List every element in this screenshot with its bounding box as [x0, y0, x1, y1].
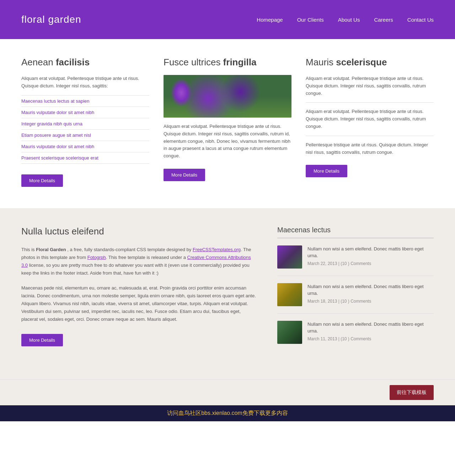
thumb-purple-img	[277, 245, 302, 269]
col3-text1: Aliquam erat volutpat. Pellentesque tris…	[306, 75, 434, 97]
sidebar-item-2-text: Nullam non wisi a sem eleifend. Donec ma…	[307, 321, 434, 335]
logo[interactable]: floral garden	[21, 14, 81, 25]
nav-homepage[interactable]: Homepage	[257, 17, 283, 23]
col1-heading: Aenean facilisis	[21, 57, 149, 68]
col2: Fusce ultrices fringilla Aliquam erat vo…	[164, 57, 291, 187]
gray-inner: Nulla luctus eleifend This is Floral Gar…	[21, 226, 434, 358]
sidebar-item-0-date: March 22, 2013 | (10 ) Comments	[307, 261, 434, 266]
gray-left: Nulla luctus eleifend This is Floral Gar…	[21, 226, 256, 358]
col1-link-3[interactable]: Etiam posuere augue sit amet nisl	[21, 130, 149, 141]
gray-right: Maecenas lectus Nullam non wisi a sem el…	[277, 226, 434, 358]
sidebar-item-1: Nullam non wisi a sem eleifend. Donec ma…	[277, 283, 434, 314]
sidebar-item-2-date: March 11, 2013 | (10 ) Comments	[307, 336, 434, 341]
gray-intro-mid2: . This free template is released under a	[106, 255, 187, 260]
col3: Mauris scelerisque Aliquam erat volutpat…	[306, 57, 434, 187]
main-section: Aenean facilisis Aliquam erat volutpat. …	[0, 39, 455, 208]
nav-about[interactable]: About Us	[338, 17, 360, 23]
gray-more-btn[interactable]: More Details	[21, 334, 63, 346]
gray-section: Nulla luctus eleifend This is Floral Gar…	[0, 208, 455, 379]
col3-heading: Mauris scelerisque	[306, 57, 434, 68]
col2-more-btn[interactable]: More Details	[164, 169, 205, 181]
nav: Homepage Our Clients About Us Careers Co…	[257, 17, 434, 23]
sidebar-item-2-content: Nullam non wisi a sem eleifend. Donec ma…	[307, 321, 434, 344]
watermark-bar: 访问血鸟社区bbs.xienlao.com免费下载更多内容	[0, 405, 455, 421]
col1-links: Maecenas luctus lectus at sapien Mauris …	[21, 95, 149, 164]
col2-heading: Fusce ultrices fringilla	[164, 57, 291, 68]
col1-link-4[interactable]: Mauris vulputate dolor sit amet nibh	[21, 141, 149, 152]
sidebar-item-0-text: Nullam non wisi a sem eleifend. Donec ma…	[307, 245, 434, 259]
sidebar-item-0-content: Nullam non wisi a sem eleifend. Donec ma…	[307, 245, 434, 269]
gray-para2: Maecenas pede nisl, elementum eu, ornare…	[21, 284, 256, 323]
col1-link-5[interactable]: Praesent scelerisque scelerisque erat	[21, 152, 149, 164]
flower-image	[164, 75, 291, 118]
watermark-text: 访问血鸟社区bbs.xienlao.com免费下载更多内容	[167, 410, 288, 416]
sidebar-item-1-content: Nullam non wisi a sem eleifend. Donec ma…	[307, 283, 434, 306]
col1-link-0[interactable]: Maecenas luctus lectus at sapien	[21, 95, 149, 107]
col1-text: Aliquam erat volutpat. Pellentesque tris…	[21, 75, 149, 90]
fotogrph-link[interactable]: Fotogrph	[87, 255, 106, 260]
header: floral garden Homepage Our Clients About…	[0, 0, 455, 39]
col3-heading-bold: scelerisque	[336, 57, 387, 67]
gray-heading: Nulla luctus eleifend	[21, 226, 256, 237]
gray-intro-brand: Floral Garden	[36, 247, 66, 252]
sidebar-item-2: Nullam non wisi a sem eleifend. Donec ma…	[277, 321, 434, 351]
sidebar-thumb-0	[277, 245, 302, 269]
three-columns: Aenean facilisis Aliquam erat volutpat. …	[21, 57, 434, 187]
sidebar-thumb-1	[277, 283, 302, 306]
col2-heading-bold: fringilla	[223, 57, 257, 67]
gray-intro-end: license, so you are pretty much free to …	[21, 263, 250, 276]
col3-divider2	[306, 136, 434, 136]
col1-heading-bold: facilisis	[56, 57, 90, 67]
sidebar-item-0: Nullam non wisi a sem eleifend. Donec ma…	[277, 245, 434, 276]
col2-text: Aliquam erat volutpat. Pellentesque tris…	[164, 123, 291, 160]
nav-clients[interactable]: Our Clients	[297, 17, 324, 23]
gray-intro-before: This is	[21, 247, 36, 252]
col3-text3: Pellentesque tristique ante ut risus. Qu…	[306, 141, 434, 156]
sidebar-thumb-2	[277, 321, 302, 344]
download-button[interactable]: 前往下载模板	[390, 385, 434, 400]
freecss-link[interactable]: FreeCSSTemplates.org	[193, 247, 241, 252]
sidebar-item-1-date: March 18, 2013 | (10 ) Comments	[307, 299, 434, 304]
col2-heading-light: Fusce ultrices	[164, 57, 223, 67]
col1-link-2[interactable]: Integer gravida nibh quis urna	[21, 118, 149, 130]
col3-text2: Aliquam erat volutpat. Pellentesque tris…	[306, 108, 434, 130]
col1: Aenean facilisis Aliquam erat volutpat. …	[21, 57, 149, 187]
sidebar-item-1-text: Nullam non wisi a sem eleifend. Donec ma…	[307, 283, 434, 297]
nav-contact[interactable]: Contact Us	[407, 17, 434, 23]
thumb-yellow-img	[277, 283, 302, 306]
col1-more-btn[interactable]: More Details	[21, 174, 63, 187]
col1-heading-light: Aenean	[21, 57, 56, 67]
gray-intro-after: , a free, fully standards-compliant CSS …	[66, 247, 193, 252]
footer-bar: 前往下载模板	[0, 379, 455, 405]
nav-careers[interactable]: Careers	[374, 17, 393, 23]
col3-heading-light: Mauris	[306, 57, 336, 67]
col3-divider1	[306, 102, 434, 103]
thumb-green-img	[277, 321, 302, 344]
col1-link-1[interactable]: Mauris vulputate dolor sit amet nibh	[21, 107, 149, 118]
col3-more-btn[interactable]: More Details	[306, 165, 347, 177]
sidebar-heading: Maecenas lectus	[277, 226, 434, 238]
gray-intro: This is Floral Garden , a free, fully st…	[21, 246, 256, 277]
